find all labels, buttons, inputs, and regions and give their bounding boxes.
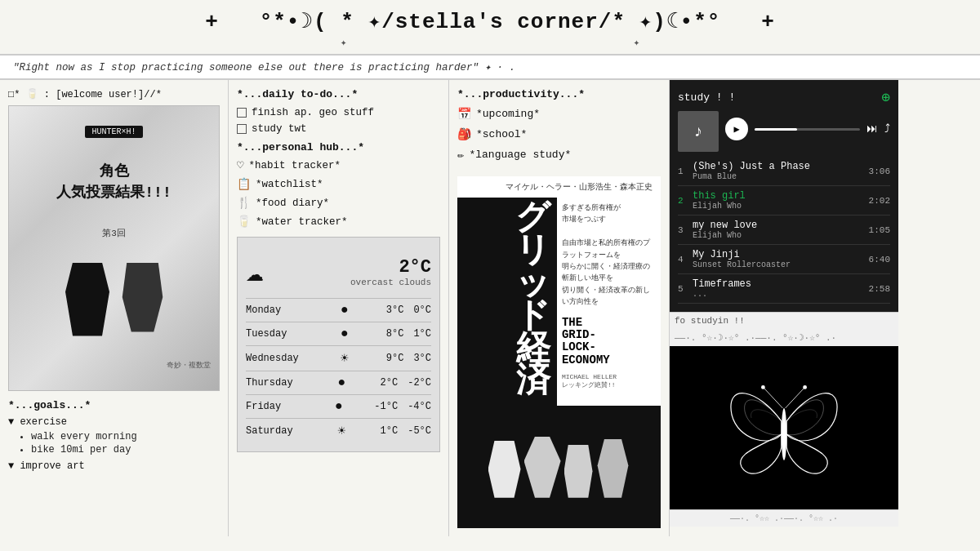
cup-icon: 🥛	[237, 215, 251, 229]
weather-tuesday: Tuesday ● 8°C 1°C	[246, 322, 431, 345]
track-duration-4: 2:58	[869, 284, 890, 294]
hub-habit[interactable]: ♡ *habit tracker*	[237, 158, 440, 172]
goal-art-title[interactable]: ▼ improve art	[8, 460, 220, 472]
weather-icon-1: ●	[341, 327, 349, 341]
track-row-2[interactable]: 3 my new love Elijah Who 1:05	[678, 216, 890, 245]
weather-low-5: -5°C	[408, 425, 431, 437]
track-list: 1 (She's) Just a Phase Puma Blue 3:06 2 …	[678, 157, 890, 304]
goal-exercise-items: walk every morning bike 10mi per day	[21, 431, 220, 455]
weather-icon-0: ●	[341, 303, 349, 318]
spotify-title: study ! !	[678, 91, 735, 104]
track-num-2: 3	[678, 225, 693, 235]
manga-bold-lines: THEGRID-LOCK-ECONOMY	[557, 313, 661, 371]
weather-icon-3: ●	[337, 375, 345, 390]
weather-day-0: Monday	[246, 304, 303, 316]
prod-upcoming-label: *upcoming*	[476, 108, 540, 120]
weather-high-3: 2°C	[381, 377, 399, 389]
share-icon[interactable]: ⤴	[884, 122, 890, 136]
spotify-player: study ! ! ⊕ ♪ ▶ ⏭	[670, 80, 898, 312]
weather-monday: Monday ● 3°C 0°C	[246, 298, 431, 322]
header-stars: ✦ ✦	[16, 36, 964, 49]
svg-point-0	[782, 408, 786, 460]
spotify-controls: ▶ ⏭ ⤴	[725, 118, 890, 140]
heart-icon: ♡	[237, 158, 243, 172]
cloud-icon: ☁	[246, 254, 264, 290]
todo-checkbox-0[interactable]	[237, 108, 247, 118]
page-header: + °*•☽( * ✦/stella's corner/* ✦)☾•*° + ✦…	[0, 0, 980, 55]
track-num-1: 2	[678, 196, 693, 206]
weather-icon-4: ●	[335, 399, 343, 414]
track-name-3: My Jinji	[693, 249, 869, 260]
prod-language[interactable]: ✏ *language study*	[457, 148, 661, 162]
deco-bar: ——·. °☆·☽·☆° .·——·. °☆·☽·☆° .·	[670, 329, 898, 346]
hub-food[interactable]: 🍴 *food diary*	[237, 196, 440, 210]
manga-image: HUNTER×H! 角色人気投票結果!!! 第3回 奇妙・複数堂	[8, 105, 220, 391]
track-duration-3: 6:40	[869, 255, 890, 264]
goal-item-walk: walk every morning	[31, 431, 220, 442]
spotify-header: study ! ! ⊕	[678, 88, 890, 106]
spotify-logo-icon: ⊕	[881, 88, 890, 106]
track-num-4: 5	[678, 284, 693, 294]
prod-school-label: *school*	[476, 128, 527, 140]
track-artist-2: Elijah Who	[693, 231, 869, 240]
track-row-4[interactable]: 5 Timeframes ... 2:58	[678, 274, 890, 304]
weather-desc: overcast clouds	[350, 278, 431, 287]
track-row-0[interactable]: 1 (She's) Just a Phase Puma Blue 3:06	[678, 157, 890, 186]
welcome-text: □* 🥛 : [welcome user!]//*	[8, 88, 162, 100]
play-button[interactable]: ▶	[725, 118, 748, 140]
skip-icon[interactable]: ⏭	[866, 122, 878, 136]
prod-school[interactable]: 🎒 *school*	[457, 127, 661, 141]
hub-watchlist[interactable]: 📋 *watchlist*	[237, 177, 440, 191]
track-name-2: my new love	[693, 220, 869, 231]
track-num-3: 4	[678, 255, 693, 264]
todo-item-0[interactable]: finish ap. geo stuff	[237, 107, 440, 118]
pencil-icon: ✏	[457, 148, 464, 162]
track-info-4: Timeframes ...	[693, 278, 869, 299]
track-name-4: Timeframes	[693, 278, 869, 290]
col-daily: *...daily to-do...* finish ap. geo stuff…	[229, 80, 449, 536]
weather-current: ☁ 2°C overcast clouds	[246, 246, 431, 298]
track-name-1: this girl	[693, 190, 869, 202]
hub-habit-label: *habit tracker*	[248, 160, 341, 171]
goal-item-bike: bike 10mi per day	[31, 444, 220, 455]
study-label: fo studyin !!	[670, 312, 898, 329]
main-grid: □* 🥛 : [welcome user!]//* HUNTER×H! 角色人気…	[0, 79, 980, 536]
school-icon: 🎒	[457, 127, 471, 141]
progress-bar[interactable]	[755, 128, 860, 131]
weather-thursday: Thursday ● 2°C -2°C	[246, 371, 431, 394]
svg-point-4	[803, 385, 807, 389]
goal-exercise-title[interactable]: ▼ exercise	[8, 416, 220, 428]
col-welcome: □* 🥛 : [welcome user!]//* HUNTER×H! 角色人気…	[0, 80, 229, 536]
manga-chars-bottom	[457, 406, 661, 528]
weather-low-0: 0°C	[413, 304, 431, 316]
manga-subtitle: 多すぎる所有権が市場をつぶす 自由市場と私的所有権のプラットフォームを 明らかに…	[557, 198, 661, 313]
productivity-section: *...productivity...* 📅 *upcoming* 🎒 *sch…	[457, 88, 661, 168]
welcome-label: □* 🥛 : [welcome user!]//*	[8, 88, 220, 100]
manga-jp-large: グリッド経済	[464, 204, 550, 399]
svg-point-2	[761, 385, 765, 389]
todo-label-1: study twt	[252, 123, 307, 135]
track-duration-1: 2:02	[869, 196, 890, 206]
weather-high-5: 1°C	[381, 425, 399, 437]
weather-box: ☁ 2°C overcast clouds Monday ● 3°C 0°C T…	[237, 237, 440, 452]
col-productivity: *...productivity...* 📅 *upcoming* 🎒 *sch…	[449, 80, 670, 536]
todo-item-1[interactable]: study twt	[237, 123, 440, 135]
progress-fill	[755, 128, 797, 131]
track-info-2: my new love Elijah Who	[693, 220, 869, 240]
todo-checkbox-1[interactable]	[237, 124, 247, 134]
track-artist-1: Elijah Who	[693, 202, 869, 211]
calendar2-icon: 📅	[457, 107, 471, 121]
quote-text: "Right now as I stop practicing someone …	[13, 62, 515, 73]
hub-food-label: *food diary*	[256, 198, 329, 209]
prod-upcoming[interactable]: 📅 *upcoming*	[457, 107, 661, 121]
bottom-deco: ——·. °☆☆ .·——·. °☆☆ .·	[670, 509, 898, 527]
page-title: + °*•☽( * ✦/stella's corner/* ✦)☾•*° +	[16, 8, 964, 34]
track-row-3[interactable]: 4 My Jinji Sunset Rollercoaster 6:40	[678, 245, 890, 274]
hub-water-label: *water tracker*	[256, 216, 348, 228]
hub-water[interactable]: 🥛 *water tracker*	[237, 215, 440, 229]
track-artist-3: Sunset Rollercoaster	[693, 260, 869, 269]
track-duration-2: 1:05	[869, 225, 890, 235]
track-row-1[interactable]: 2 this girl Elijah Who 2:02	[678, 186, 890, 216]
butterfly-svg	[719, 362, 849, 493]
track-name-0: (She's) Just a Phase	[693, 161, 869, 172]
